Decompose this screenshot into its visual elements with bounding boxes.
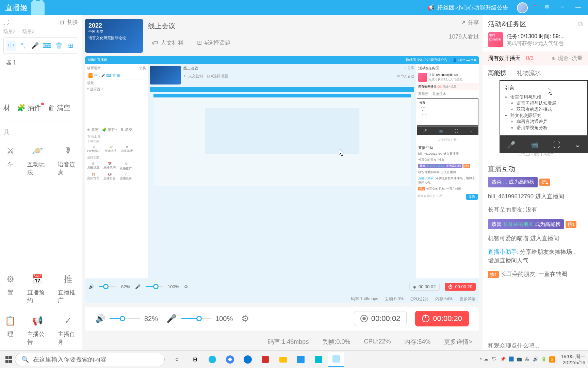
mic-mute-icon[interactable]: 🎤 — [166, 314, 177, 323]
megaphone-icon: 📢 — [427, 4, 435, 11]
tray-pin-icon[interactable]: 📌 — [500, 356, 506, 363]
grid-icon[interactable]: ⊞ — [66, 41, 75, 51]
fullscreen-icon[interactable]: ⛶ — [3, 19, 9, 26]
item-voice[interactable]: 🎙语音连麦 — [58, 144, 78, 176]
puzzle-icon: 🧩 — [17, 104, 26, 112]
task-item[interactable]: 限时红包任务 任务: 0/1300 时间: 59:... 完成可获得12元人气红… — [488, 32, 583, 47]
mail-icon[interactable]: ✉ — [542, 2, 552, 12]
tray-cloud-icon[interactable]: ☁ — [484, 356, 490, 363]
tab-material[interactable]: 材 — [3, 103, 10, 112]
mini-right: 活动&任务区 任务: 0/1300 时间: 59:... 完成可获得12元人气红… — [416, 64, 479, 278]
item-interactive[interactable]: 🪐互动玩法 — [27, 144, 48, 176]
svg-rect-11 — [315, 356, 322, 363]
taskbar-search[interactable]: 🔍 在这里输入你要搜索的内容 — [15, 353, 165, 366]
item-tasks[interactable]: ✓主播任务 — [58, 314, 78, 346]
item-announce[interactable]: 📢主播公告 — [27, 314, 48, 346]
topic-tag[interactable]: ⊡#选择话题 — [193, 37, 235, 49]
record-timer[interactable]: 00:00:02 — [354, 311, 407, 326]
display-source[interactable]: 器 1 — [3, 57, 78, 69]
pop-out-icon[interactable]: ⧉ — [578, 20, 583, 28]
task-thumb: 限时红包任务 — [488, 32, 503, 47]
start-button[interactable] — [3, 353, 15, 366]
gear-icon: ⚙ — [3, 272, 17, 286]
item-manage[interactable]: 📋理 — [3, 314, 17, 346]
mic-icon[interactable]: 🎤 — [30, 41, 39, 51]
mic-pct: 100% — [215, 315, 233, 323]
tab-clear[interactable]: 🗑清空 — [48, 103, 70, 112]
tray-ime-icon[interactable]: S — [549, 356, 555, 363]
tray-chevron[interactable]: ^ — [480, 357, 482, 362]
mic-stand-icon: 🎙 — [61, 144, 75, 158]
task-edge[interactable] — [240, 352, 256, 367]
chat-msg: bili_46199612790 进入直播间 — [488, 192, 583, 201]
category-tag[interactable]: 🏷人文社科 — [148, 37, 188, 49]
shirt-icon[interactable]: 👕 — [54, 41, 63, 51]
speaker-slider[interactable] — [110, 318, 140, 319]
menu-icon[interactable]: ≡ — [558, 2, 567, 12]
stream-stats: 码率:1.46mbps 丢帧:0.0% CPU:22% 内存:54% 更多详情> — [85, 334, 479, 349]
menu-dots-icon[interactable]: ⊡ — [60, 19, 64, 26]
item-schedule[interactable]: 📅直播预约 — [27, 272, 48, 304]
stat-more[interactable]: 更多详情> — [444, 338, 472, 346]
share-button[interactable]: ↗分享 — [461, 19, 479, 27]
mixer-icon[interactable]: ⚙ — [241, 313, 249, 324]
tab-liwu[interactable]: 礼物流水 — [517, 69, 541, 77]
switch-scene[interactable]: 切换 — [67, 19, 78, 26]
tray-net-icon[interactable]: 🖧 — [525, 356, 531, 363]
week-progress[interactable]: 周有效开播天 0/3 ⊕ 现金+流量 — [483, 51, 588, 65]
chat-input[interactable] — [488, 342, 583, 349]
mini-stats: 码率:1.46mbps丢帧:0.0%CPU:22%内存:54%更多详情 — [85, 295, 479, 303]
task-ie[interactable] — [204, 352, 220, 367]
right-sidebar: 活动&任务区⧉ 限时红包任务 任务: 0/1300 时间: 59:... 完成可… — [483, 15, 588, 353]
live-button[interactable]: 00:00:20 — [415, 311, 469, 326]
scene-2[interactable]: 场景2 — [3, 29, 16, 35]
input-toolbar: 中 °, 🎤 ⌨ 👕 ⊞ — [3, 37, 78, 54]
user-avatar[interactable] — [517, 2, 528, 13]
stream-thumbnail[interactable]: 2022 中国 西安 语言文化研究国际论坛 — [85, 19, 143, 53]
mic-slider[interactable] — [181, 318, 211, 319]
item-promote[interactable]: 推直播推广 — [58, 272, 78, 304]
task-app2[interactable] — [310, 352, 327, 367]
tray-vol-icon[interactable]: 🔊 — [533, 356, 539, 363]
svg-rect-9 — [279, 357, 287, 363]
item-settings[interactable]: ⚙置 — [3, 272, 17, 304]
item-pk[interactable]: ⚔斗 — [3, 144, 17, 176]
tray-app-icon[interactable]: 🟦 — [508, 356, 514, 363]
expand-icon[interactable]: ⛶ — [553, 141, 560, 149]
punct-icon[interactable]: °, — [18, 41, 28, 51]
tab-plugin[interactable]: 🧩插件 — [17, 103, 41, 112]
svg-rect-8 — [262, 356, 269, 363]
tab-gaoneng[interactable]: 高能榜 — [488, 69, 506, 77]
mic-off-icon[interactable]: 🎤 — [507, 141, 516, 149]
task-explorer[interactable] — [275, 352, 291, 367]
list-icon: 📋 — [3, 314, 17, 327]
speaker-icon[interactable]: 🔊 — [95, 314, 105, 323]
chat-msg: 直播小助手: 分享给朋友来捧捧场，增加直播间人气 — [488, 248, 583, 265]
stat-cpu: CPU:22% — [364, 338, 391, 345]
task-chrome[interactable] — [222, 352, 238, 367]
task-wps[interactable] — [257, 352, 274, 367]
tray-battery-icon[interactable]: 🔋 — [541, 356, 547, 363]
task-app1[interactable] — [293, 352, 309, 367]
tray-shield-icon[interactable]: 🛡 — [492, 356, 498, 363]
keyboard-icon[interactable]: ⌨ — [42, 41, 51, 51]
scene-3[interactable]: 场景3 — [22, 29, 35, 35]
task-cortana[interactable]: ○ — [169, 352, 185, 367]
minimize-button[interactable]: — — [573, 2, 583, 12]
taskbar-clock[interactable]: 19:05 周一 2022/5/16 — [561, 353, 585, 366]
hash-icon: ⊡ — [197, 39, 202, 46]
chat-msg: 榜1 长耳朵的朋友: 一直在转圈 — [488, 270, 583, 279]
announcement[interactable]: 📢 粉丝团-小心心功能升级公告 — [427, 4, 509, 12]
camera-off-icon[interactable]: 📹 — [530, 141, 539, 149]
chevron-down-icon[interactable]: ⌄ — [575, 141, 581, 149]
task-section-title: 活动&任务区 — [488, 19, 526, 29]
svg-rect-3 — [9, 360, 12, 363]
chat-msg: 长耳朵的朋友: 没有 — [488, 205, 583, 214]
stat-mem: 内存:54% — [404, 338, 430, 346]
stream-title[interactable]: 线上会议 — [148, 19, 444, 33]
stream-controls: 🔊 82% 🎤 100% ⚙ 00:00:02 00:00:20 — [85, 307, 479, 331]
ime-icon[interactable]: 中 — [6, 41, 16, 51]
tray-bili-icon[interactable]: 📺 — [517, 356, 523, 363]
task-bililive[interactable] — [328, 352, 344, 367]
task-taskview[interactable]: ⊞ — [186, 352, 203, 367]
